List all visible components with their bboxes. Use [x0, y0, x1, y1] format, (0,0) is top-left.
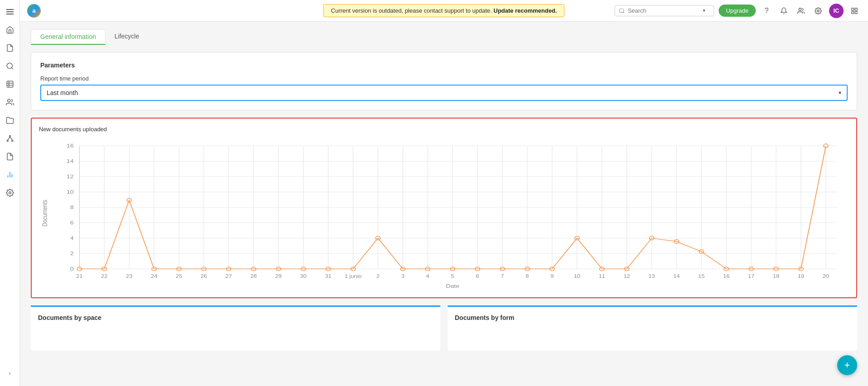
sidebar-bottom: ›	[2, 368, 18, 382]
sidebar-item-folder[interactable]	[2, 112, 18, 129]
svg-text:2: 2	[70, 251, 74, 257]
update-banner: Current version is outdated, please cont…	[323, 4, 564, 17]
report-period-label: Report time period	[40, 75, 848, 82]
settings-header-icon[interactable]	[812, 5, 825, 17]
svg-text:19: 19	[798, 273, 804, 279]
sidebar-item-chart[interactable]	[2, 167, 18, 183]
fab-button[interactable]: +	[837, 355, 857, 375]
chart-icon	[6, 171, 14, 179]
svg-text:12: 12	[624, 273, 630, 279]
folder-icon	[6, 116, 14, 124]
svg-rect-2	[7, 81, 13, 87]
svg-text:9: 9	[551, 273, 554, 279]
svg-text:26: 26	[200, 273, 207, 279]
parameters-panel: Parameters Report time period Last month…	[31, 52, 857, 110]
documents-by-space-title: Documents by space	[38, 314, 433, 321]
search-box[interactable]: ▾	[615, 5, 714, 16]
document-icon	[6, 44, 14, 52]
svg-text:15: 15	[698, 273, 705, 279]
svg-text:18: 18	[773, 273, 780, 279]
grid-icon[interactable]	[848, 5, 861, 17]
tab-general-information[interactable]: General information	[31, 29, 105, 45]
svg-text:11: 11	[599, 273, 605, 279]
svg-text:13: 13	[649, 273, 655, 279]
svg-text:10: 10	[574, 273, 581, 279]
svg-point-7	[9, 135, 10, 137]
sidebar: ›	[0, 0, 20, 386]
sidebar-item-documents[interactable]	[2, 40, 18, 56]
sidebar-item-network[interactable]	[2, 130, 18, 147]
report-period-select-wrapper[interactable]: Last month Last week Last 3 months Last …	[40, 85, 848, 101]
svg-point-18	[799, 8, 801, 10]
svg-text:8: 8	[70, 205, 74, 211]
svg-text:16: 16	[67, 143, 74, 149]
content-area: General information Lifecycle Parameters…	[20, 22, 868, 386]
logo-icon: a	[27, 4, 41, 18]
svg-text:0: 0	[70, 266, 74, 272]
upgrade-button[interactable]: Upgrade	[719, 5, 756, 17]
settings-icon	[6, 189, 14, 197]
svg-text:8: 8	[526, 273, 529, 279]
svg-point-0	[7, 63, 12, 68]
svg-text:5: 5	[451, 273, 455, 279]
svg-point-6	[7, 99, 10, 102]
svg-point-16	[620, 8, 624, 12]
svg-point-9	[11, 140, 13, 142]
svg-line-10	[7, 137, 10, 140]
search-chevron-icon: ▾	[703, 8, 706, 14]
avatar[interactable]: IC	[829, 4, 844, 18]
sidebar-item-home[interactable]	[2, 22, 18, 38]
sidebar-item-people[interactable]	[2, 94, 18, 110]
svg-text:3: 3	[401, 273, 405, 279]
svg-line-17	[623, 12, 625, 13]
svg-rect-23	[855, 11, 857, 14]
svg-rect-22	[852, 11, 854, 14]
sidebar-item-settings2[interactable]	[2, 185, 18, 201]
svg-text:31: 31	[325, 273, 331, 279]
header: a Current version is outdated, please co…	[20, 0, 868, 22]
search-input[interactable]	[628, 7, 700, 14]
svg-point-8	[7, 140, 8, 142]
search-box-icon	[619, 8, 625, 14]
svg-text:22: 22	[101, 273, 107, 279]
network-icon	[6, 134, 14, 143]
svg-line-11	[10, 137, 12, 140]
team-icon[interactable]	[795, 5, 807, 17]
svg-text:14: 14	[673, 273, 680, 279]
bottom-panels: Documents by space Documents by form	[31, 305, 857, 351]
svg-text:17: 17	[748, 273, 754, 279]
report-period-select[interactable]: Last month Last week Last 3 months Last …	[41, 86, 847, 100]
svg-text:21: 21	[76, 273, 82, 279]
documents-by-form-title: Documents by form	[455, 314, 850, 321]
bell-icon[interactable]	[777, 5, 790, 17]
svg-text:25: 25	[176, 273, 182, 279]
svg-text:29: 29	[275, 273, 281, 279]
hamburger-icon	[5, 7, 15, 16]
svg-rect-20	[852, 8, 854, 10]
fab-plus-icon: +	[844, 359, 850, 371]
tabs: General information Lifecycle	[31, 29, 857, 45]
sidebar-item-file[interactable]	[2, 148, 18, 165]
svg-text:20: 20	[823, 273, 830, 279]
file-icon	[6, 152, 14, 161]
svg-text:Date: Date	[446, 283, 459, 289]
sidebar-item-menu[interactable]	[2, 4, 18, 20]
sidebar-item-table[interactable]	[2, 76, 18, 92]
documents-by-form-panel: Documents by form	[448, 305, 857, 351]
table-icon	[6, 80, 14, 88]
svg-text:6: 6	[476, 273, 480, 279]
svg-text:Documents: Documents	[41, 200, 48, 226]
svg-text:27: 27	[225, 273, 232, 279]
svg-rect-21	[855, 8, 857, 10]
chart-svg: 0 2 4 6 8 10 12 14 16 18 Documents	[39, 136, 849, 290]
sidebar-item-search[interactable]	[2, 58, 18, 74]
help-icon[interactable]: ?	[760, 5, 773, 17]
svg-text:4: 4	[70, 235, 74, 242]
svg-text:28: 28	[250, 273, 257, 279]
svg-text:30: 30	[300, 273, 307, 279]
tab-lifecycle[interactable]: Lifecycle	[105, 29, 148, 45]
header-right: ▾ Upgrade ? IC	[615, 4, 861, 18]
svg-point-19	[817, 10, 819, 12]
banner-bold-text: Update recommended.	[494, 7, 557, 14]
sidebar-collapse-button[interactable]: ›	[2, 368, 18, 379]
